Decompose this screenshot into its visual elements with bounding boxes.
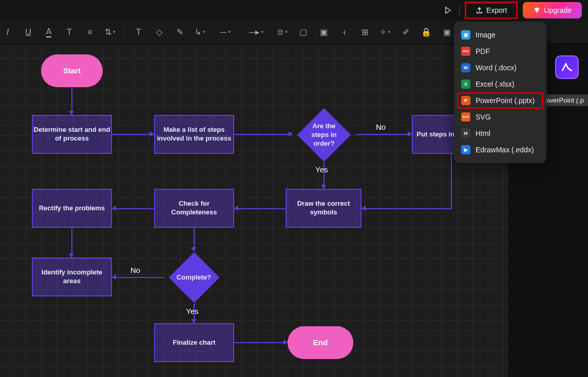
export-image[interactable]: ▣Image: [457, 27, 543, 43]
export-edrawmax[interactable]: ▶EdrawMax (.eddx): [457, 142, 543, 158]
ungroup-icon[interactable]: ▣: [317, 26, 330, 39]
export-button[interactable]: Export: [465, 2, 518, 19]
node-check[interactable]: Check for Completeness: [154, 189, 234, 228]
align-icon[interactable]: ≡: [83, 26, 97, 39]
node-makelist[interactable]: Make a list of steps involved in the pro…: [154, 115, 234, 154]
node-start[interactable]: Start: [41, 54, 103, 87]
pdf-file-icon: PDF: [461, 47, 470, 56]
upgrade-button[interactable]: Upgrade: [523, 2, 582, 18]
distribute-icon[interactable]: ⊞: [358, 26, 371, 39]
connector-icon[interactable]: ↳▼: [194, 26, 207, 39]
html-file-icon: H: [461, 129, 470, 138]
export-label: Export: [486, 6, 507, 14]
effects-icon[interactable]: ✧▼: [378, 26, 392, 39]
node-finalize[interactable]: Finalize chart: [154, 323, 234, 362]
node-inorder[interactable]: Are the steps in order?: [297, 108, 351, 162]
word-file-icon: W: [461, 63, 470, 72]
fill-icon[interactable]: ◇: [153, 26, 166, 39]
italic-icon[interactable]: I: [1, 26, 14, 39]
text-style-icon[interactable]: T: [63, 26, 76, 39]
export-excel[interactable]: XExcel (.xlsx): [457, 76, 543, 92]
node-identify[interactable]: Identify incomplete areas: [32, 257, 112, 296]
export-html[interactable]: HHtml: [457, 125, 543, 142]
divider: [459, 5, 460, 15]
node-draw[interactable]: Draw the correct symbols: [286, 189, 362, 228]
node-complete[interactable]: Complete?: [169, 252, 220, 303]
align-objects-icon[interactable]: ⫞: [337, 26, 351, 39]
node-rectify[interactable]: Rectify the problems: [32, 189, 112, 228]
label-no2: No: [130, 266, 140, 274]
font-color-icon[interactable]: A: [42, 26, 55, 39]
eddx-file-icon: ▶: [461, 145, 470, 154]
export-word[interactable]: WWord (.docx): [457, 59, 543, 76]
line-spacing-icon[interactable]: ⇅▼: [104, 26, 117, 39]
separator: [124, 27, 125, 38]
group-icon[interactable]: ▢: [296, 26, 310, 39]
excel-file-icon: X: [461, 80, 470, 89]
underline-icon[interactable]: U: [22, 26, 35, 39]
node-determine[interactable]: Determine start and end of process: [32, 115, 112, 154]
line-style-icon[interactable]: ─▼: [214, 26, 238, 39]
label-no1: No: [376, 123, 386, 131]
edit-icon[interactable]: ✐: [399, 26, 412, 39]
line-weight-icon[interactable]: ≣▼: [276, 26, 289, 39]
top-bar: Export Upgrade: [0, 0, 588, 21]
pen-icon[interactable]: ✎: [173, 26, 186, 39]
text-tool-icon[interactable]: T: [132, 26, 145, 39]
export-svg[interactable]: SVGSVG: [457, 109, 543, 125]
export-pdf[interactable]: PDFPDF: [457, 43, 543, 59]
image-icon[interactable]: ▣: [440, 26, 453, 39]
arrow-style-icon[interactable]: ─▸▼: [245, 26, 269, 39]
image-file-icon: ▣: [461, 30, 470, 39]
upgrade-label: Upgrade: [544, 6, 572, 14]
canvas[interactable]: Start Determine start and end of process…: [0, 44, 508, 377]
export-menu: ▣Image PDFPDF WWord (.docx) XExcel (.xls…: [454, 22, 546, 163]
node-end[interactable]: End: [288, 326, 353, 359]
diamond-icon: [533, 7, 541, 14]
export-powerpoint[interactable]: PPowerPoint (.pptx): [457, 92, 543, 109]
lock-icon[interactable]: 🔒: [420, 26, 433, 39]
ppt-file-icon: P: [461, 96, 470, 105]
label-yes2: Yes: [186, 307, 198, 315]
export-icon: [476, 7, 483, 14]
label-yes1: Yes: [315, 165, 328, 174]
ai-assistant-icon[interactable]: [555, 55, 579, 79]
play-icon[interactable]: [442, 4, 454, 16]
svg-file-icon: SVG: [461, 112, 470, 122]
